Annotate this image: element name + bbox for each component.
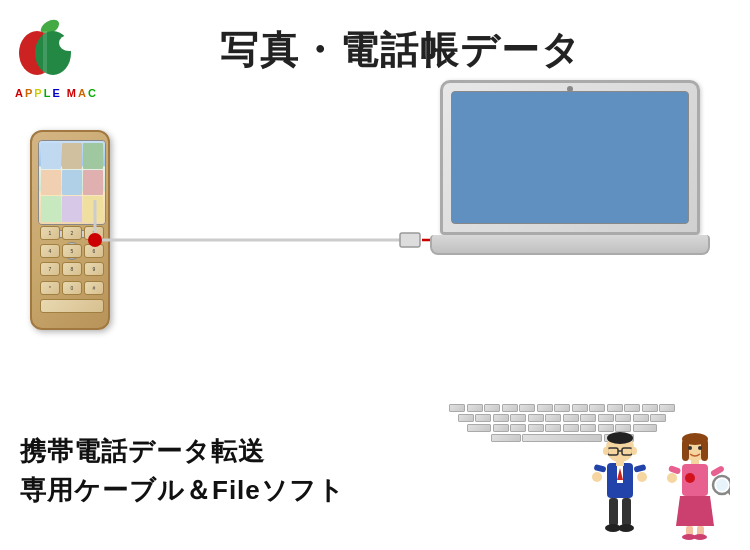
svg-rect-32 — [682, 439, 689, 461]
page-title: 写真・電話帳データ — [220, 25, 740, 76]
logo-area: APPLE MAC — [15, 15, 98, 99]
logo-text: APPLE MAC — [15, 87, 98, 99]
svg-rect-33 — [701, 439, 708, 461]
laptop — [430, 80, 710, 310]
bottom-text: 携帯電話データ転送 専用ケーブル＆Fileソフト — [20, 432, 345, 510]
svg-point-17 — [631, 447, 637, 455]
svg-point-29 — [618, 524, 634, 532]
svg-rect-8 — [400, 233, 420, 247]
svg-point-45 — [667, 473, 677, 483]
svg-rect-36 — [691, 458, 699, 465]
svg-rect-4 — [43, 31, 47, 75]
svg-rect-27 — [622, 498, 631, 526]
svg-point-35 — [698, 446, 702, 450]
svg-rect-22 — [593, 464, 606, 473]
apple-logo-icon — [15, 15, 75, 85]
svg-point-24 — [592, 472, 602, 482]
svg-point-49 — [693, 534, 707, 540]
svg-rect-26 — [609, 498, 618, 526]
staff-illustration — [585, 430, 730, 540]
staff-person-male — [585, 430, 655, 540]
svg-line-44 — [729, 492, 730, 500]
svg-rect-21 — [616, 458, 624, 466]
svg-point-25 — [637, 472, 647, 482]
svg-rect-40 — [668, 465, 681, 475]
svg-point-39 — [685, 473, 695, 483]
svg-point-34 — [688, 446, 692, 450]
svg-marker-38 — [676, 496, 714, 526]
bottom-text-line2: 専用ケーブル＆Fileソフト — [20, 471, 345, 510]
svg-rect-23 — [633, 464, 646, 473]
laptop-display — [451, 91, 689, 224]
staff-person-female — [660, 430, 730, 540]
svg-point-12 — [607, 432, 633, 444]
svg-point-43 — [716, 479, 728, 491]
svg-point-16 — [603, 447, 609, 455]
svg-point-7 — [88, 233, 102, 247]
bottom-text-line1: 携帯電話データ転送 — [20, 432, 345, 471]
